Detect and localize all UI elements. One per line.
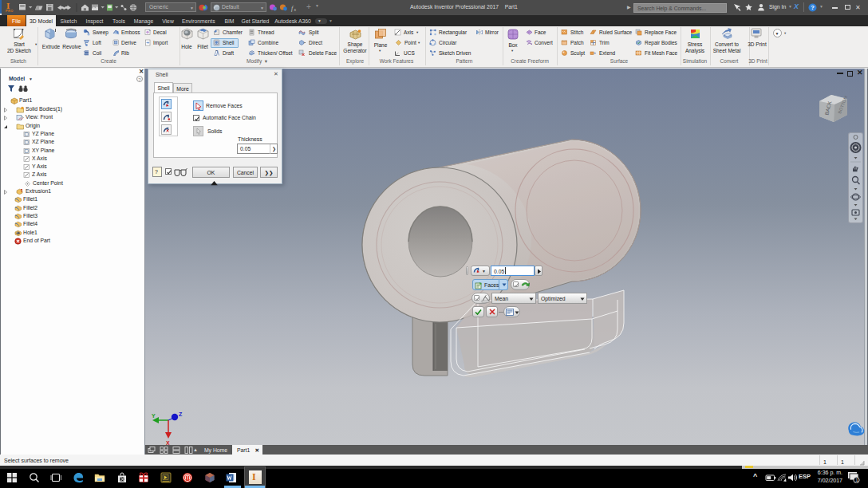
svg-text:Z: Z bbox=[179, 411, 183, 417]
svg-text:Y: Y bbox=[152, 413, 156, 419]
